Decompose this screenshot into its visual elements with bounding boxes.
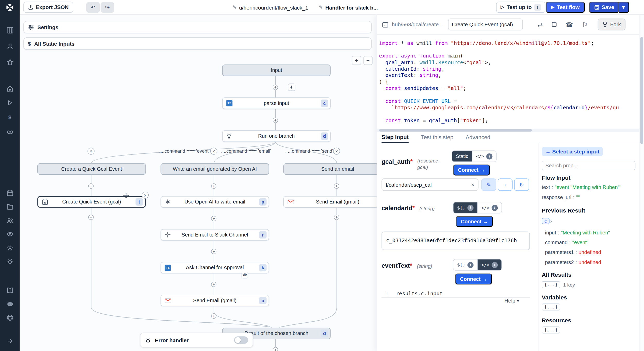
save-dropdown-button[interactable]: ▾: [618, 2, 629, 13]
edit-resource-button[interactable]: ✎: [481, 178, 496, 191]
flow-summary-group[interactable]: ✎ Handler for slack b...: [319, 0, 378, 15]
error-handler-toggle[interactable]: [234, 336, 248, 344]
folders-icon[interactable]: [0, 202, 20, 211]
undo-button[interactable]: ↶: [86, 2, 100, 13]
add-step-button[interactable]: +: [211, 183, 217, 189]
test-up-to-button[interactable]: ▷ Test up to t: [496, 2, 545, 13]
info-icon[interactable]: i: [492, 205, 498, 211]
prop-row[interactable]: parameters2 : undefined: [545, 257, 638, 267]
event-text-code-input[interactable]: 1 results.c.input: [382, 289, 530, 298]
expr-mode-button[interactable]: ${}i: [453, 259, 477, 270]
flow-node-openai-step[interactable]: Use Open AI to write email p: [160, 196, 269, 208]
flow-node-slack-step[interactable]: Send Email to Slack Channel r: [160, 229, 269, 241]
star-icon[interactable]: [0, 58, 20, 67]
flag-icon[interactable]: ⚐: [582, 21, 588, 28]
connect-button-event-text[interactable]: Connect →: [455, 273, 492, 284]
all-results-row[interactable]: {...} 1 key: [542, 281, 575, 288]
add-step-button[interactable]: +: [211, 282, 217, 287]
object-badge[interactable]: {...}: [542, 281, 560, 288]
delete-branch-button[interactable]: ×: [333, 148, 340, 154]
add-step-button[interactable]: +: [88, 183, 94, 189]
prop-search-input[interactable]: [542, 161, 635, 170]
fork-button[interactable]: Fork: [597, 19, 625, 30]
window-icon[interactable]: [552, 22, 556, 27]
resources-row[interactable]: {...}: [542, 326, 560, 333]
scrollbar-thumb[interactable]: [379, 129, 532, 132]
user-icon[interactable]: [0, 42, 20, 51]
error-handler-card[interactable]: Error handler: [140, 333, 253, 347]
info-icon[interactable]: i: [467, 205, 473, 211]
object-badge[interactable]: {...}: [542, 304, 560, 311]
flow-node-parse-input[interactable]: TS parse input c: [222, 97, 331, 109]
discord-icon[interactable]: [0, 299, 20, 308]
add-step-button[interactable]: +: [273, 118, 278, 123]
step-name-input[interactable]: [448, 19, 523, 30]
github-icon[interactable]: [0, 313, 20, 322]
flow-node-approval-step[interactable]: TS Ask Channel for Approval k: [160, 262, 269, 274]
code-mode-button[interactable]: </>i: [477, 202, 501, 213]
add-step-button[interactable]: +: [88, 215, 94, 220]
home-icon[interactable]: [0, 84, 20, 93]
code-mode-button[interactable]: </>i: [472, 151, 496, 161]
tab-advanced[interactable]: Advanced: [466, 132, 490, 143]
resources-hub-icon[interactable]: [0, 127, 20, 136]
info-icon[interactable]: i: [467, 262, 473, 268]
collapse-arrow-icon[interactable]: [0, 336, 20, 345]
flow-path-group[interactable]: ✎ u/henricourdent/flow_slack_1: [232, 0, 308, 15]
test-flow-button[interactable]: ▶ Test flow: [546, 2, 585, 13]
add-step-button[interactable]: +: [334, 183, 339, 189]
static-mode-button[interactable]: Static: [452, 151, 472, 161]
flow-node-branch2-summary[interactable]: Write an email generated by Open AI: [160, 163, 269, 175]
runs-play-icon[interactable]: [0, 98, 20, 107]
phone-suspend-icon[interactable]: ☎: [565, 21, 573, 28]
redo-button[interactable]: ↷: [101, 2, 114, 13]
groups-users-icon[interactable]: [0, 216, 20, 225]
hub-script-path[interactable]: hub/568/gcal/create...: [392, 21, 443, 28]
clear-icon[interactable]: ×: [471, 181, 474, 188]
variables-dollar-icon[interactable]: $: [0, 113, 20, 122]
flow-node-branch1-summary[interactable]: Create a Quick Gcal Event: [37, 163, 146, 175]
prop-row[interactable]: parameters1 : undefined: [545, 248, 638, 257]
flow-node-input[interactable]: Input: [222, 64, 331, 76]
calendar-id-input[interactable]: c_0312442e881ae6fcf1dec23f54916a389f1c17…: [382, 232, 530, 250]
connect-button-gcal-auth[interactable]: Connect →: [453, 165, 490, 176]
expr-mode-button[interactable]: ${}i: [453, 202, 477, 213]
code-mode-button[interactable]: </>i: [477, 259, 501, 270]
apps-grid-icon[interactable]: [0, 26, 20, 35]
add-step-button[interactable]: +: [211, 313, 217, 319]
export-json-button[interactable]: Export JSON: [23, 2, 73, 13]
delete-step-button[interactable]: ×: [142, 192, 149, 199]
variables-row[interactable]: {...}: [542, 304, 560, 311]
flow-node-gmail-step-branch3[interactable]: Send Email (gmail): [283, 196, 377, 208]
eye-icon[interactable]: [0, 230, 20, 239]
scrollbar-thumb[interactable]: [640, 37, 643, 144]
info-icon[interactable]: i: [492, 262, 498, 268]
add-resource-button[interactable]: +: [498, 178, 512, 191]
add-step-button[interactable]: +: [273, 85, 278, 90]
add-step-button[interactable]: +: [273, 347, 278, 351]
flow-canvas[interactable]: Settings $ All Static Inputs + −: [20, 15, 377, 351]
flow-node-run-one-branch[interactable]: Run one branch d: [222, 130, 331, 142]
gear-icon[interactable]: [0, 243, 20, 252]
flow-node-gcal-step[interactable]: 31 Create Quick Event (gcal) t: [37, 196, 146, 208]
trigger-bolt-button[interactable]: [288, 84, 295, 91]
schedules-calendar-icon[interactable]: [0, 188, 20, 197]
resource-input-gcal-auth[interactable]: f/calendar/escp_cal ×: [382, 178, 478, 191]
add-step-button[interactable]: +: [211, 249, 217, 254]
windmill-logo[interactable]: [0, 3, 20, 12]
step-id-badge[interactable]: c: [542, 218, 549, 224]
save-button[interactable]: Save: [589, 2, 620, 13]
prop-row[interactable]: response_url : "": [542, 192, 637, 202]
delete-branch-button[interactable]: ×: [88, 148, 95, 154]
refresh-resource-button[interactable]: ↻: [514, 178, 529, 191]
flow-node-branch3-summary[interactable]: Send an email: [283, 163, 377, 175]
add-step-button[interactable]: +: [211, 216, 217, 221]
prop-row[interactable]: text : "event "Meeting with Ruben"": [542, 183, 637, 192]
connect-button-calendar-id[interactable]: Connect →: [456, 216, 493, 227]
prop-row[interactable]: input : "Meeting with Ruben": [545, 228, 638, 238]
help-link[interactable]: Help ▾: [504, 298, 519, 304]
move-step-icon[interactable]: [123, 192, 129, 198]
tab-step-input[interactable]: Step Input: [382, 132, 409, 143]
previous-result-root-row[interactable]: c : -: [542, 218, 553, 224]
select-step-input-button[interactable]: ← Select a step input: [542, 147, 603, 156]
